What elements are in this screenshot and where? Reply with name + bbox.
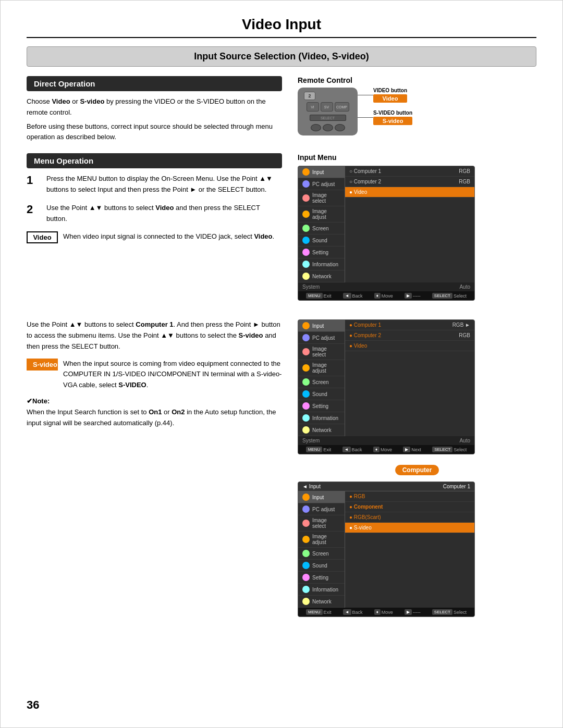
direct-op-header: Direct Operation bbox=[27, 76, 282, 91]
svideo-note-text: When the input source is coming from vid… bbox=[63, 359, 282, 391]
direct-op-text2: Before using these buttons, correct inpu… bbox=[27, 121, 282, 143]
svideo-button-label: S-VIDEO button bbox=[373, 110, 412, 116]
step-1-text: Press the MENU button to display the On-… bbox=[46, 174, 282, 195]
video-note-box: Video When video input signal is connect… bbox=[27, 231, 282, 243]
menu-diagram-1: Input PC adjust Image select Image adjus… bbox=[298, 166, 475, 301]
step-1: 1 Press the MENU button to display the O… bbox=[27, 174, 282, 195]
step-2-text: Use the Point ▲▼ buttons to select Video… bbox=[46, 203, 282, 225]
bottom-section: Use the Point ▲▼ buttons to select Compu… bbox=[27, 319, 536, 625]
checkmark-note: ✔Note: When the Input Search function is… bbox=[27, 396, 282, 428]
step-1-num: 1 bbox=[27, 174, 39, 187]
video-note-text: When video input signal is connected to … bbox=[63, 231, 274, 242]
section-banner: Input Source Selection (Video, S-video) bbox=[27, 46, 536, 67]
video-tag: Video bbox=[27, 231, 58, 243]
computer-label: Computer bbox=[395, 465, 439, 475]
bottom-text-1: Use the Point ▲▼ buttons to select Compu… bbox=[27, 319, 282, 352]
step-2: 2 Use the Point ▲▼ buttons to select Vid… bbox=[27, 203, 282, 225]
menu-op-header: Menu Operation bbox=[27, 153, 282, 168]
video-button-label: VIDEO button bbox=[373, 88, 407, 93]
remote-diagram: 2 VI SV COMP SELECT bbox=[298, 88, 536, 135]
menu-diagram-3: ◄ Input Computer 1 Input PC adjust Image… bbox=[298, 482, 475, 617]
svideo-note: S-video When the input source is coming … bbox=[27, 359, 282, 391]
step-2-num: 2 bbox=[27, 203, 39, 216]
direct-op-text1: Choose Video or S-video by pressing the … bbox=[27, 96, 282, 118]
svideo-value: S-video bbox=[373, 117, 412, 125]
page-title: Video Input bbox=[27, 16, 536, 38]
menu-diagram-2: Input PC adjust Image select Image adjus… bbox=[298, 319, 475, 454]
note-body: When the Input Search function is set to… bbox=[27, 407, 282, 429]
menu-diagram-2-wrapper: Input PC adjust Image select Image adjus… bbox=[298, 319, 536, 454]
remote-control-label: Remote Control bbox=[298, 76, 536, 84]
svideo-tag: S-video bbox=[27, 359, 58, 371]
video-value: Video bbox=[373, 94, 407, 103]
note-header: ✔Note: bbox=[27, 396, 282, 407]
page-number: 36 bbox=[27, 698, 39, 712]
input-menu-label: Input Menu bbox=[298, 153, 536, 162]
